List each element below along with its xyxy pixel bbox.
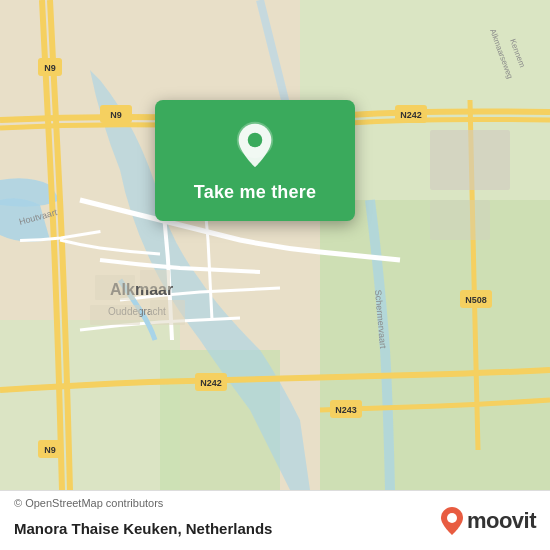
moovit-pin-icon: [441, 507, 463, 535]
svg-rect-29: [140, 270, 170, 290]
map-attribution: © OpenStreetMap contributors: [14, 497, 163, 509]
svg-text:N508: N508: [465, 295, 487, 305]
place-name: Manora Thaise Keuken, Netherlands: [14, 520, 272, 537]
take-me-there-button[interactable]: Take me there: [194, 182, 316, 203]
svg-rect-33: [430, 200, 490, 240]
svg-text:N9: N9: [44, 445, 56, 455]
location-card[interactable]: Take me there: [155, 100, 355, 221]
svg-rect-32: [430, 130, 510, 190]
moovit-logo: moovit: [441, 507, 536, 535]
moovit-brand-text: moovit: [467, 508, 536, 534]
svg-text:N243: N243: [335, 405, 357, 415]
svg-point-35: [248, 133, 263, 148]
svg-rect-30: [90, 305, 140, 325]
map-container: N9 N9 N245 N9 N242 N508 N242 N243 Alkmaa…: [0, 0, 550, 490]
svg-text:N9: N9: [110, 110, 122, 120]
svg-text:N242: N242: [200, 378, 222, 388]
bottom-bar: © OpenStreetMap contributors Manora Thai…: [0, 490, 550, 550]
svg-rect-2: [320, 200, 550, 490]
map-svg: N9 N9 N245 N9 N242 N508 N242 N243 Alkmaa…: [0, 0, 550, 490]
svg-point-36: [447, 513, 457, 523]
location-pin-icon: [230, 120, 280, 170]
svg-rect-31: [150, 300, 185, 325]
svg-text:N9: N9: [44, 63, 56, 73]
svg-text:N242: N242: [400, 110, 422, 120]
svg-rect-28: [95, 275, 135, 300]
svg-rect-3: [0, 320, 180, 490]
